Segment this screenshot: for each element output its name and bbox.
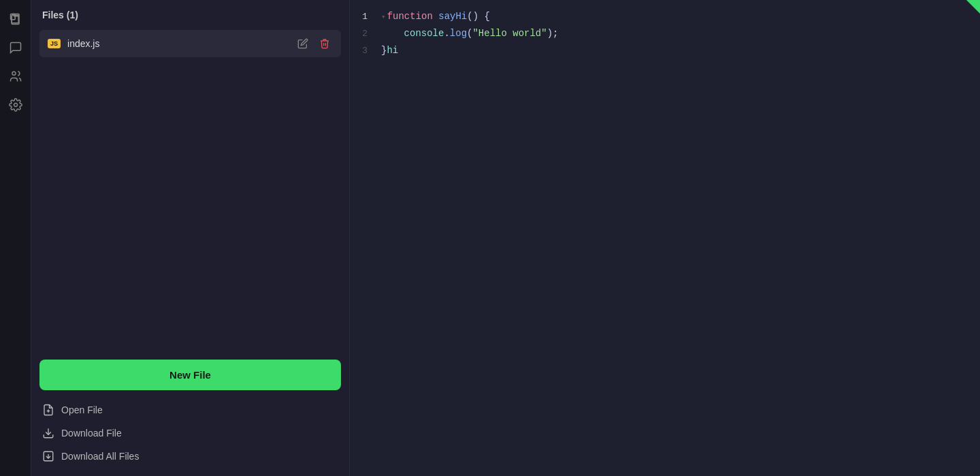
file-panel-footer: New File Open File Download File [31,349,349,476]
sidebar-item-users[interactable] [3,64,28,89]
code-text-2: console.log("Hello world"); [381,26,558,41]
sidebar-item-settings[interactable] [3,93,28,117]
download-file-action[interactable]: Download File [39,422,341,445]
line-number-1: 1 [350,10,381,25]
download-all-action[interactable]: Download All Files [39,445,341,468]
line-number-2: 2 [350,27,381,42]
svg-point-2 [12,72,16,75]
file-panel: Files (1) JS index.js [31,0,350,476]
file-list: JS index.js [31,27,349,349]
code-line-2: 2 console.log("Hello world"); [350,25,980,42]
code-text-1: ▾function sayHi() { [381,9,490,24]
download-all-label: Download All Files [61,451,139,462]
editor-area[interactable]: 1 ▾function sayHi() { 2 console.log("Hel… [350,0,980,476]
download-all-icon [42,450,54,462]
sidebar-item-files[interactable] [3,7,28,31]
list-item[interactable]: JS index.js [39,30,341,57]
svg-point-3 [14,104,17,107]
open-file-icon [42,404,54,416]
download-file-label: Download File [61,428,122,439]
line-number-3: 3 [350,44,381,59]
editor-top-bar [350,0,980,3]
download-file-icon [42,427,54,439]
code-text-3: }hi [381,43,398,58]
file-panel-header: Files (1) [31,0,349,27]
js-file-icon: JS [48,39,61,48]
code-line-1: 1 ▾function sayHi() { [350,8,980,25]
delete-file-button[interactable] [316,35,333,52]
code-content[interactable]: 1 ▾function sayHi() { 2 console.log("Hel… [350,3,980,64]
icon-sidebar [0,0,31,476]
open-file-action[interactable]: Open File [39,398,341,422]
file-name: index.js [67,38,295,49]
rename-file-button[interactable] [295,35,311,52]
new-file-button[interactable]: New File [39,360,341,390]
open-file-label: Open File [61,404,103,415]
editor-top-indicator [966,0,980,14]
code-line-3: 3 }hi [350,42,980,59]
sidebar-item-chat[interactable] [3,35,28,60]
collapse-arrow: ▾ [381,13,386,21]
file-item-actions [295,35,333,52]
